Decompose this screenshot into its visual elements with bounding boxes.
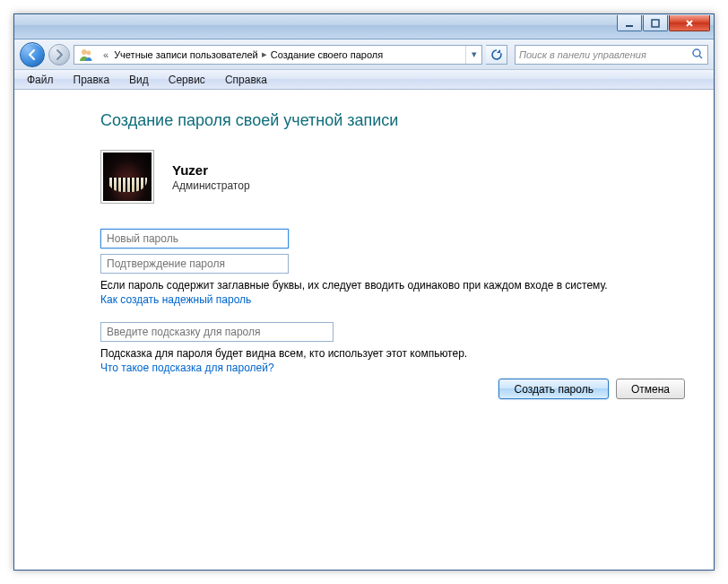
password-hint-field[interactable] <box>100 322 334 342</box>
svg-point-2 <box>82 49 87 55</box>
user-name: Yuzer <box>172 162 250 178</box>
hint-visibility-note: Подсказка для пароля будет видна всем, к… <box>100 347 685 360</box>
svg-rect-0 <box>626 25 633 27</box>
close-button[interactable] <box>669 15 710 31</box>
breadcrumb-item-create-password[interactable]: Создание своего пароля <box>271 49 384 60</box>
user-accounts-icon <box>78 47 94 63</box>
avatar-image <box>103 153 152 201</box>
chevron-right-icon: ▸ <box>258 48 271 60</box>
create-password-button[interactable]: Создать пароль <box>498 379 608 399</box>
content-area: Создание пароля своей учетной записи Yuz… <box>14 90 714 570</box>
search-placeholder: Поиск в панели управления <box>519 49 646 60</box>
search-icon <box>691 48 704 62</box>
menu-bar: Файл Правка Вид Сервис Справка <box>14 70 714 90</box>
new-password-field[interactable] <box>100 229 289 248</box>
password-hint-help-link[interactable]: Что такое подсказка для паролей? <box>100 362 274 374</box>
control-panel-window: « Учетные записи пользователей ▸ Создани… <box>13 13 715 571</box>
search-input[interactable]: Поиск в панели управления <box>515 45 708 65</box>
menu-help[interactable]: Справка <box>216 72 276 88</box>
cancel-button[interactable]: Отмена <box>616 379 685 399</box>
breadcrumb-dropdown-icon[interactable]: ▾ <box>465 46 481 64</box>
navigation-bar: « Учетные записи пользователей ▸ Создани… <box>14 39 714 70</box>
menu-file[interactable]: Файл <box>18 72 63 88</box>
titlebar <box>14 14 714 39</box>
breadcrumb-item-accounts[interactable]: Учетные записи пользователей <box>114 49 258 60</box>
page-title: Создание пароля своей учетной записи <box>100 111 685 130</box>
maximize-button[interactable] <box>643 15 668 31</box>
confirm-password-field[interactable] <box>100 254 289 274</box>
user-info: Yuzer Администратор <box>100 150 685 204</box>
menu-edit[interactable]: Правка <box>65 72 119 88</box>
svg-rect-1 <box>652 20 659 27</box>
breadcrumb[interactable]: « Учетные записи пользователей ▸ Создани… <box>74 45 482 65</box>
minimize-button[interactable] <box>617 15 642 31</box>
svg-point-3 <box>87 50 91 55</box>
user-role: Администратор <box>172 179 250 192</box>
avatar <box>100 150 154 204</box>
refresh-button[interactable] <box>486 45 507 65</box>
caps-hint-text: Если пароль содержит заглавные буквы, их… <box>100 279 685 292</box>
back-button[interactable] <box>20 42 45 67</box>
breadcrumb-overflow[interactable]: « <box>98 49 114 60</box>
dialog-buttons: Создать пароль Отмена <box>498 379 685 399</box>
svg-point-4 <box>693 49 700 57</box>
strong-password-link[interactable]: Как создать надежный пароль <box>100 293 251 306</box>
forward-button[interactable] <box>48 44 70 65</box>
menu-view[interactable]: Вид <box>120 72 158 88</box>
menu-tools[interactable]: Сервис <box>160 72 214 88</box>
